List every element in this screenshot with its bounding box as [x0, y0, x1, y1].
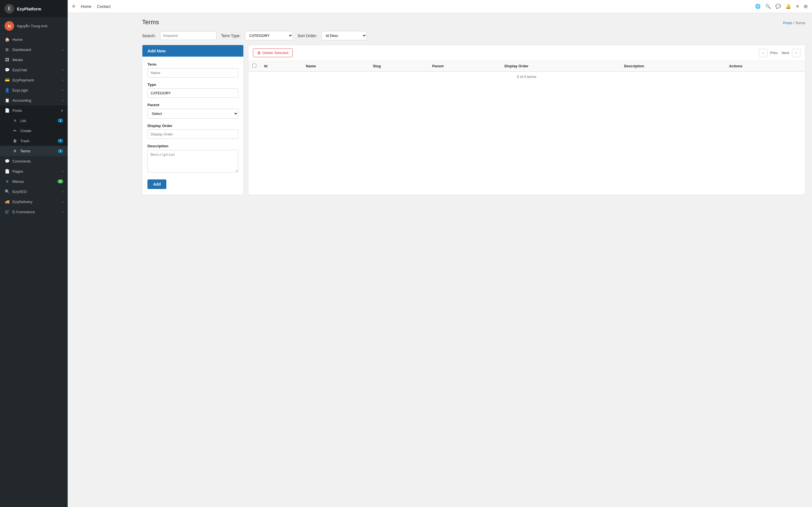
pagination-prev-arrow[interactable]: ‹	[759, 49, 767, 57]
chevron-right-icon: ‹	[62, 48, 63, 51]
chevron-right-icon: ‹	[62, 68, 63, 71]
sidebar-item-list-label: List	[20, 119, 26, 123]
asterisk-icon[interactable]: ✳	[796, 4, 799, 9]
sidebar-item-ezylogin[interactable]: 👤 EzyLogin ‹	[0, 85, 68, 95]
add-form-panel: Add New Term Type Parent Select	[142, 45, 244, 195]
table-head: Id Name Slug Parent Display Order Descri…	[248, 61, 805, 71]
sidebar-app-name: EzyPlatform	[17, 6, 42, 11]
sidebar-item-ezypayment[interactable]: 💳 EzyPayment ‹	[0, 75, 68, 85]
sidebar: E EzyPlatform N Nguyễn Trung Anh 🏠 Home …	[0, 0, 68, 507]
chevron-right-icon: ‹	[62, 210, 63, 214]
chevron-right-icon: ‹	[62, 170, 63, 173]
term-name-input[interactable]	[147, 68, 238, 77]
search-icon[interactable]: 🔍	[765, 4, 771, 9]
sidebar-logo: E	[4, 4, 14, 13]
search-input[interactable]	[160, 31, 216, 40]
trash-badge: 7	[57, 139, 63, 143]
term-type-select[interactable]: CATEGORY	[245, 31, 293, 40]
dashboard-icon: ⊞	[4, 47, 10, 52]
sidebar-item-ezyseo[interactable]: 🔍 EzySEO ‹	[0, 186, 68, 196]
col-actions: Actions	[725, 61, 805, 71]
display-order-section: Display Order	[147, 124, 238, 139]
table-panel: 🗑 Delete Selected ‹ Prev Next › Id	[248, 45, 805, 195]
sidebar-item-dashboard[interactable]: ⊞ Dashboard ‹	[0, 45, 68, 55]
add-form-header: Add New	[142, 45, 243, 57]
menus-badge: 0	[57, 179, 63, 183]
seo-icon: 🔍	[4, 189, 10, 194]
accounting-icon: 📋	[4, 98, 10, 103]
user-avatar: N	[4, 21, 14, 31]
sidebar-item-pages-label: Pages	[12, 169, 23, 173]
sidebar-item-terms[interactable]: # Terms 1	[0, 146, 68, 156]
pagination-controls: ‹ Prev Next ›	[759, 49, 801, 57]
delete-selected-button[interactable]: 🗑 Delete Selected	[253, 48, 293, 57]
table-footer: 0 of 0 terms	[248, 71, 805, 82]
menu-icon[interactable]: ≡	[72, 3, 75, 9]
sidebar-item-list[interactable]: ≡ List 1	[0, 115, 68, 126]
chat-icon[interactable]: 💬	[775, 4, 781, 9]
sidebar-item-home[interactable]: 🏠 Home	[0, 34, 68, 45]
description-label: Description	[147, 144, 238, 148]
sidebar-item-posts[interactable]: 📄 Posts ∨	[0, 105, 68, 115]
select-all-checkbox[interactable]	[252, 64, 256, 68]
chevron-down-icon: ∨	[61, 109, 63, 112]
chevron-right-icon: ‹	[62, 78, 63, 82]
pagination-next-label[interactable]: Next	[780, 51, 790, 55]
sidebar-item-ezychat[interactable]: 💬 EzyChat ‹	[0, 65, 68, 75]
sort-order-select[interactable]: Id Desc Id Asc Name Desc Name Asc	[322, 31, 367, 40]
col-description: Description	[620, 61, 725, 71]
sidebar-item-comments[interactable]: 💬 Comments	[0, 156, 68, 166]
globe-icon[interactable]: 🌐	[755, 4, 761, 9]
pages-icon: 📄	[4, 169, 10, 173]
sidebar-item-accounting[interactable]: 📋 Accounting ‹	[0, 95, 68, 105]
sidebar-item-ezychat-label: EzyChat	[12, 68, 27, 72]
breadcrumb-posts-link[interactable]: Posts	[783, 21, 792, 25]
sidebar-item-trash-label: Trash	[20, 139, 30, 143]
chat-icon: 💬	[4, 68, 10, 72]
main-content: Terms Posts / Terms Search: Term Type: C…	[135, 13, 812, 507]
sidebar-item-ezydelivery[interactable]: 🚚 EzyDelivery ‹	[0, 196, 68, 207]
sidebar-item-menus[interactable]: ≡ Menus 0	[0, 176, 68, 186]
media-icon: 🖼	[4, 57, 10, 62]
parent-section: Parent Select	[147, 103, 238, 119]
bell-icon[interactable]: 🔔	[785, 4, 791, 9]
ecommerce-icon: 🛒	[4, 210, 10, 214]
table-count: 0 of 0 terms	[517, 75, 537, 79]
col-checkbox	[248, 61, 260, 71]
add-button[interactable]: Add	[147, 179, 166, 189]
description-textarea[interactable]	[147, 150, 238, 172]
sidebar-item-ecommerce[interactable]: 🛒 E-Commerce ‹	[0, 207, 68, 217]
type-section: Type	[147, 82, 238, 98]
terms-badge: 1	[57, 149, 63, 153]
parent-label: Parent	[147, 103, 238, 107]
page-title: Terms	[142, 18, 159, 26]
pagination-prev-label[interactable]: Prev	[769, 51, 779, 55]
user-section: N Nguyễn Trung Anh	[0, 18, 68, 34]
topbar: ≡ Home Contact 🌐 🔍 💬 🔔 ✳ ⊞	[68, 0, 812, 13]
type-input[interactable]	[147, 89, 238, 98]
create-icon: ✏	[12, 128, 17, 133]
topbar-home-link[interactable]: Home	[81, 4, 91, 9]
sidebar-item-create[interactable]: ✏ Create	[0, 126, 68, 136]
display-order-input[interactable]	[147, 129, 238, 139]
term-type-label: Term Type:	[221, 34, 241, 38]
parent-select[interactable]: Select	[147, 109, 238, 119]
topbar-right: 🌐 🔍 💬 🔔 ✳ ⊞	[755, 4, 808, 9]
login-icon: 👤	[4, 88, 10, 93]
grid-icon[interactable]: ⊞	[804, 4, 808, 9]
payment-icon: 💳	[4, 78, 10, 82]
breadcrumb: Posts / Terms	[783, 21, 805, 25]
sidebar-item-media[interactable]: 🖼 Media	[0, 55, 68, 65]
trash-icon: 🗑	[257, 51, 261, 55]
chevron-right-icon: ‹	[62, 99, 63, 102]
sidebar-item-trash[interactable]: 🗑 Trash 7	[0, 136, 68, 146]
home-icon: 🏠	[4, 37, 10, 42]
sidebar-item-home-label: Home	[12, 38, 22, 42]
pagination-next-arrow[interactable]: ›	[792, 49, 801, 57]
topbar-contact-link[interactable]: Contact	[97, 4, 110, 9]
posts-submenu: ≡ List 1 ✏ Create 🗑 Trash 7 # Terms 1	[0, 115, 68, 156]
col-id: Id	[260, 61, 302, 71]
sidebar-item-pages[interactable]: 📄 Pages ‹	[0, 166, 68, 176]
comments-icon: 💬	[4, 159, 10, 163]
content-area: Add New Term Type Parent Select	[142, 45, 805, 195]
